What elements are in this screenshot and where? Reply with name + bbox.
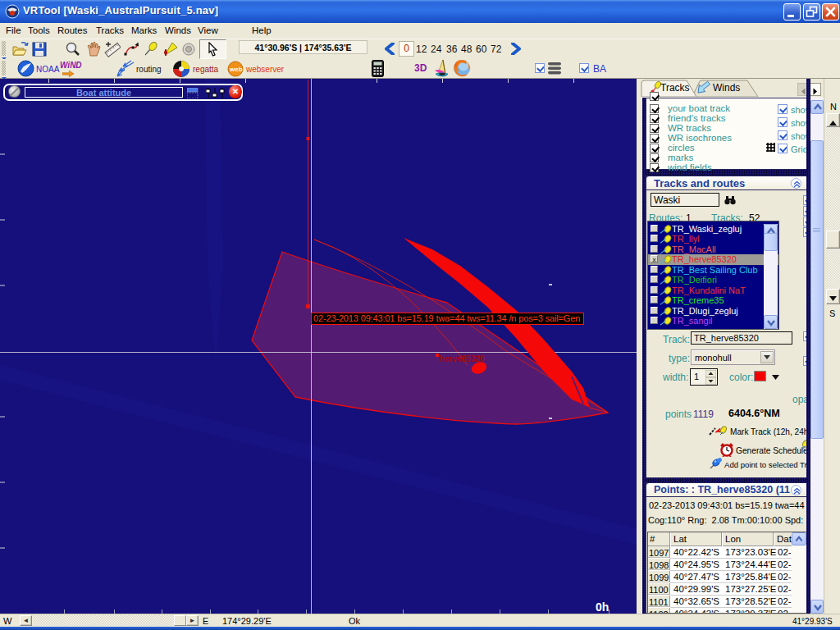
svg-text:web: web — [229, 66, 243, 73]
svg-text:herve85320: herve85320 — [440, 354, 485, 363]
